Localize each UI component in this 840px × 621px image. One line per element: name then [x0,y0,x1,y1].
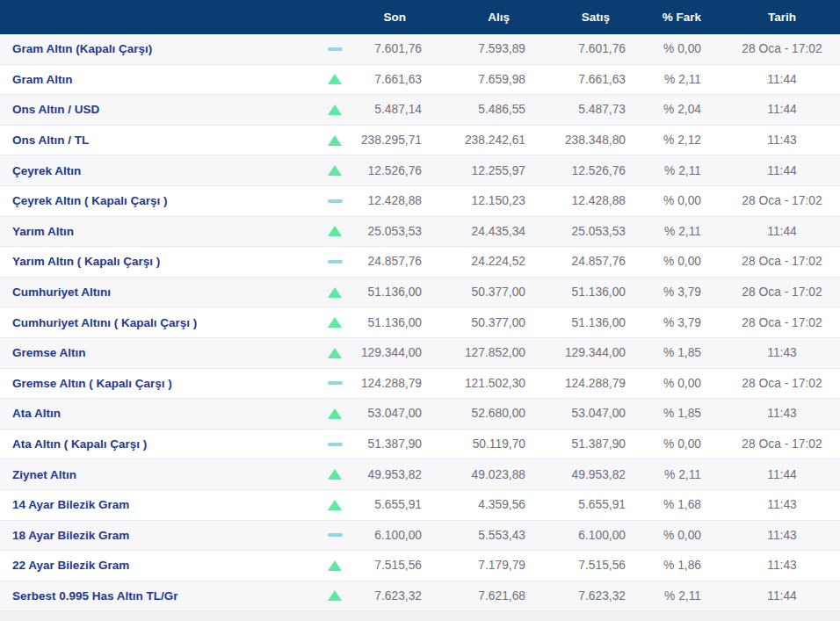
son-value: 5.487,14 [355,103,422,116]
alis-value: 12.255,97 [422,164,525,177]
fark-value: % 0,00 [626,42,703,55]
alis-value: 24.224,52 [422,255,525,268]
table-row[interactable]: Gram Altın (Kapalı Çarşı) 7.601,76 7.593… [0,34,840,65]
fark-value: % 1,85 [626,346,703,359]
tarih-value: 11:44 [703,164,840,177]
satis-value: 7.601,76 [525,42,626,55]
trend-up-icon [328,165,342,176]
alis-value: 52.680,00 [422,407,525,420]
trend-cell [315,199,355,203]
trend-flat-icon [328,199,343,203]
trend-flat-icon [328,533,343,537]
trend-up-icon [328,226,342,236]
table-row[interactable]: 22 Ayar Bilezik Gram 7.515,56 7.179,79 7… [0,551,840,581]
son-value: 25.053,53 [355,225,422,238]
son-value: 5.655,91 [355,498,422,511]
alis-value: 12.150,23 [422,194,525,207]
son-value: 24.857,76 [355,255,422,268]
table-row[interactable]: Yarım Altın 25.053,53 24.435,34 25.053,5… [0,217,840,248]
fark-value: % 3,79 [626,316,703,329]
trend-cell [315,408,355,419]
trend-up-icon [328,348,342,358]
instrument-name: Gram Altın (Kapalı Çarşı) [0,42,315,55]
trend-cell [315,500,355,510]
col-header-alis: Alış [422,11,525,24]
table-row[interactable]: Ons Altın / TL 238.295,71 238.242,61 238… [0,126,840,156]
satis-value: 53.047,00 [525,407,626,420]
trend-flat-icon [328,47,343,51]
tarih-value: 11:44 [703,73,840,86]
tarih-value: 28 Oca - 17:02 [703,437,840,451]
satis-value: 24.857,76 [525,255,626,268]
table-row[interactable]: Çeyrek Altın ( Kapalı Çarşı ) 12.428,88 … [0,186,840,217]
alis-value: 7.621,68 [422,589,525,603]
trend-cell [315,105,355,115]
table-row[interactable]: Cumhuriyet Altını ( Kapalı Çarşı ) 51.13… [0,307,840,338]
son-value: 7.601,76 [355,42,422,55]
table-row[interactable]: Ata Altın 53.047,00 52.680,00 53.047,00 … [0,399,840,430]
trend-cell [315,443,355,446]
table-row[interactable]: 18 Ayar Bilezik Gram 6.100,00 5.553,43 6… [0,521,840,552]
son-value: 53.047,00 [355,407,422,420]
table-row[interactable]: Ziynet Altın 49.953,82 49.023,88 49.953,… [0,459,840,490]
satis-value: 129.344,00 [525,346,626,359]
fark-value: % 1,68 [626,498,703,511]
satis-value: 7.661,63 [525,73,626,86]
instrument-name: 22 Ayar Bilezik Gram [0,559,315,572]
table-row[interactable]: Gremse Altın ( Kapalı Çarşı ) 124.288,79… [0,369,840,400]
satis-value: 12.428,88 [525,194,626,207]
alis-value: 50.377,00 [422,316,525,329]
fark-value: % 2,11 [626,468,703,481]
table-row[interactable]: Gram Altın 7.661,63 7.659,98 7.661,63 % … [0,65,840,96]
trend-up-icon [328,135,342,146]
alis-value: 238.242,61 [422,134,525,147]
trend-cell [315,469,355,480]
instrument-name: Serbest 0.995 Has Altın TL/Gr [0,589,315,603]
trend-cell [315,533,355,537]
satis-value: 25.053,53 [525,225,626,238]
table-row[interactable]: Ata Altın ( Kapalı Çarşı ) 51.387,90 50.… [0,430,840,460]
fark-value: % 3,79 [626,285,703,299]
son-value: 7.515,56 [355,559,422,572]
table-row[interactable]: Yarım Altın ( Kapalı Çarşı ) 24.857,76 2… [0,247,840,278]
son-value: 7.623,32 [355,589,422,603]
table-row[interactable]: 14 Ayar Bilezik Gram 5.655,91 4.359,56 5… [0,490,840,521]
tarih-value: 11:44 [703,468,840,481]
col-header-fark: % Fark [626,11,703,24]
next-row-strip [0,611,840,621]
trend-up-icon [328,500,342,510]
tarih-value: 11:43 [703,346,840,359]
table-row[interactable]: Serbest 0.995 Has Altın TL/Gr 7.623,32 7… [0,581,840,612]
trend-up-icon [328,560,342,571]
trend-up-icon [328,408,342,419]
table-body: Gram Altın (Kapalı Çarşı) 7.601,76 7.593… [0,34,840,611]
satis-value: 7.515,56 [525,559,626,572]
satis-value: 51.136,00 [525,316,626,329]
fark-value: % 2,12 [626,134,703,147]
instrument-name: Gremse Altın ( Kapalı Çarşı ) [0,377,315,390]
table-row[interactable]: Gremse Altın 129.344,00 127.852,00 129.3… [0,338,840,369]
table-row[interactable]: Cumhuriyet Altını 51.136,00 50.377,00 51… [0,278,840,308]
tarih-value: 28 Oca - 17:02 [703,377,840,390]
alis-value: 50.377,00 [422,285,525,299]
instrument-name: 18 Ayar Bilezik Gram [0,529,315,542]
table-row[interactable]: Çeyrek Altın 12.526,76 12.255,97 12.526,… [0,155,840,186]
instrument-name: Ons Altın / USD [0,103,315,116]
tarih-value: 28 Oca - 17:02 [703,42,840,55]
alis-value: 127.852,00 [422,346,525,359]
trend-cell [315,47,355,51]
satis-value: 49.953,82 [525,468,626,481]
table-row[interactable]: Ons Altın / USD 5.487,14 5.486,55 5.487,… [0,95,840,126]
instrument-name: Ata Altın ( Kapalı Çarşı ) [0,437,315,451]
gold-prices-table: Son Alış Satış % Fark Tarih Gram Altın (… [0,0,840,621]
tarih-value: 11:43 [703,134,840,147]
satis-value: 51.136,00 [525,285,626,299]
son-value: 238.295,71 [355,134,422,147]
trend-cell [315,348,355,358]
trend-cell [315,260,355,264]
alis-value: 5.486,55 [422,103,525,116]
satis-value: 5.487,73 [525,103,626,116]
trend-cell [315,317,355,328]
alis-value: 49.023,88 [422,468,525,481]
col-header-son: Son [355,11,422,24]
